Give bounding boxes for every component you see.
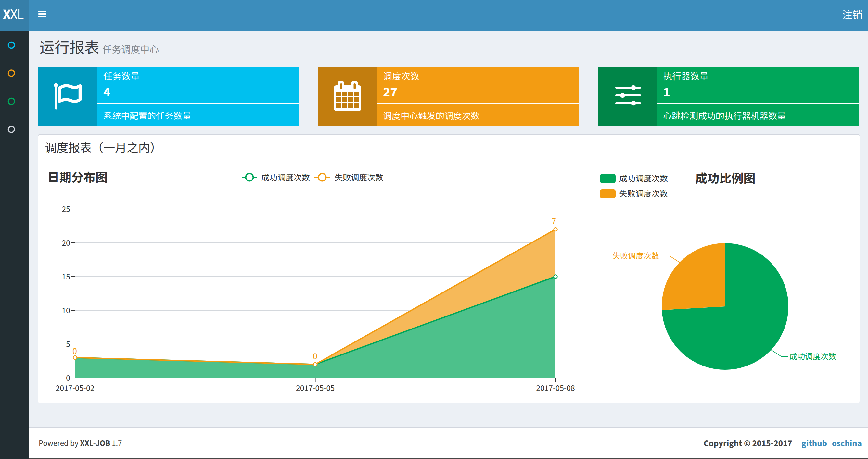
svg-text:25: 25 (62, 203, 70, 215)
svg-text:0: 0 (72, 345, 77, 358)
svg-text:20: 20 (62, 237, 70, 249)
svg-text:0: 0 (313, 350, 317, 363)
svg-text:失败调度次数: 失败调度次数 (612, 251, 659, 262)
svg-text:2017-05-08: 2017-05-08 (536, 382, 575, 394)
svg-text:失败调度次数: 失败调度次数 (335, 172, 383, 184)
svg-text:失败调度次数: 失败调度次数 (619, 188, 668, 200)
svg-text:成功调度次数: 成功调度次数 (619, 173, 668, 185)
svg-text:2017-05-05: 2017-05-05 (296, 382, 335, 394)
svg-text:2017-05-02: 2017-05-02 (56, 382, 95, 394)
svg-text:成功比例图: 成功比例图 (695, 170, 755, 188)
svg-text:成功调度次数: 成功调度次数 (261, 172, 310, 184)
svg-text:15: 15 (62, 271, 70, 283)
svg-text:成功调度次数: 成功调度次数 (789, 351, 836, 363)
svg-text:7: 7 (552, 215, 556, 228)
svg-text:日期分布图: 日期分布图 (48, 169, 107, 187)
svg-text:10: 10 (62, 304, 70, 317)
svg-text:5: 5 (66, 338, 70, 350)
